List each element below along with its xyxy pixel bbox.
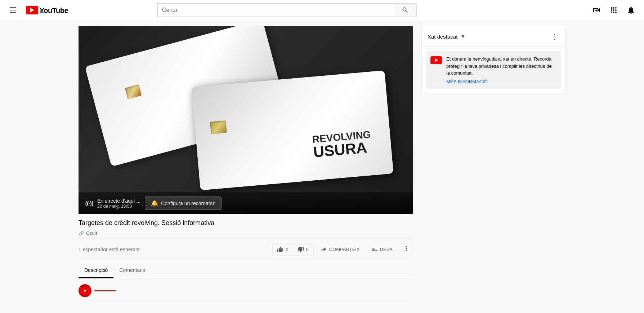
set-reminder-button[interactable]: 🔔 Configura un recordatori <box>145 197 222 210</box>
video-player[interactable]: REVOLVING usura En directe d'aquí ... 20… <box>79 26 413 214</box>
search-form <box>157 3 417 17</box>
video-meta-row: 1 espectador està esperant 0 <box>79 239 413 260</box>
live-date: 20 de maig, 18:00 <box>97 204 140 209</box>
chat-dropdown-icon[interactable]: ▼ <box>460 34 465 39</box>
dislike-button[interactable]: 0 <box>293 243 313 256</box>
video-thumbnail: REVOLVING usura <box>79 26 413 214</box>
chat-title: Xat destacat <box>428 34 457 40</box>
chat-more-button[interactable]: ⋮ <box>549 31 559 42</box>
live-text-block: En directe d'aquí ... 20 de maig, 18:00 <box>97 198 140 209</box>
chat-more-info-link[interactable]: MÉS INFORMACIÓ <box>446 79 556 84</box>
live-overlay: En directe d'aquí ... 20 de maig, 18:00 … <box>79 192 413 214</box>
hamburger-icon <box>7 4 19 16</box>
save-icon <box>371 246 378 253</box>
chat-title-group: Xat destacat ▼ <box>428 34 549 40</box>
chat-welcome-content: Et donem la benvinguda al xat en directe… <box>446 56 556 84</box>
share-button[interactable]: COMPARTEIX <box>316 243 364 256</box>
card-scene: REVOLVING usura <box>79 26 413 214</box>
red-progress-bar <box>94 290 116 291</box>
header: YouTube ES <box>0 0 644 20</box>
bottom-channel-row <box>79 284 413 300</box>
bell-icon <box>627 6 635 14</box>
like-count: 0 <box>286 247 288 252</box>
google-apps-button[interactable] <box>607 3 621 17</box>
card-text: REVOLVING usura <box>312 129 372 160</box>
chat-welcome-box: Et donem la benvinguda al xat en directe… <box>426 51 561 89</box>
card-front: REVOLVING usura <box>191 70 393 190</box>
header-left: YouTube ES <box>6 3 68 17</box>
video-info: Targetes de crèdit revolving. Sessió inf… <box>79 214 413 305</box>
search-input[interactable] <box>157 3 394 17</box>
viewers-count: 1 espectador està esperant <box>79 247 272 252</box>
live-indicator: En directe d'aquí ... 20 de maig, 18:00 <box>84 198 140 209</box>
notifications-button[interactable] <box>624 3 638 17</box>
youtube-country: ES <box>40 10 68 13</box>
chat-header: Xat destacat ▼ ⋮ <box>422 26 565 47</box>
save-label: DESA <box>380 247 393 252</box>
search-button[interactable] <box>394 3 417 17</box>
main-container: REVOLVING usura En directe d'aquí ... 20… <box>70 20 574 310</box>
tabs-row: Descripció Comentaris <box>79 263 413 278</box>
youtube-chat-icon <box>430 56 442 64</box>
header-right <box>589 3 638 17</box>
search-icon <box>402 6 409 14</box>
chat-panel: Xat destacat ▼ ⋮ Et donem la benvinguda … <box>421 26 565 93</box>
dislike-count: 0 <box>306 247 309 252</box>
channel-row: 🔗 Ocult <box>79 230 413 236</box>
thumbs-down-icon <box>298 246 304 253</box>
video-title: Targetes de crèdit revolving. Sessió inf… <box>79 219 413 228</box>
action-buttons: 0 0 <box>272 242 413 257</box>
channel-avatar <box>79 284 91 297</box>
channel-name[interactable]: Ocult <box>86 230 97 236</box>
channel-avatar-icon <box>80 287 90 294</box>
thumbs-up-icon <box>277 246 283 253</box>
live-waves-icon <box>84 198 94 208</box>
create-video-icon <box>592 6 601 14</box>
hamburger-menu-button[interactable] <box>6 3 20 17</box>
save-button[interactable]: DESA <box>367 243 397 256</box>
live-label: En directe d'aquí ... <box>97 198 140 204</box>
share-icon <box>321 246 327 253</box>
tab-comments[interactable]: Comentaris <box>113 263 151 278</box>
sidebar: Xat destacat ▼ ⋮ Et donem la benvinguda … <box>421 26 565 305</box>
youtube-logo[interactable]: YouTube ES <box>26 6 68 14</box>
youtube-play-icon <box>26 6 38 14</box>
create-video-button[interactable] <box>589 3 604 17</box>
share-label: COMPARTEIX <box>329 247 360 252</box>
video-section: REVOLVING usura En directe d'aquí ... 20… <box>79 26 413 305</box>
more-icon <box>403 245 410 252</box>
search-bar <box>157 3 417 17</box>
like-dislike-group: 0 0 <box>272 243 313 256</box>
more-options-button[interactable] <box>400 242 413 257</box>
like-button[interactable]: 0 <box>273 243 292 256</box>
tab-description[interactable]: Descripció <box>79 263 113 278</box>
reminder-btn-label: Configura un recordatori <box>161 200 215 206</box>
chat-welcome-text: Et donem la benvinguda al xat en directe… <box>446 56 556 77</box>
link-icon: 🔗 <box>79 231 84 236</box>
google-apps-icon <box>609 6 618 14</box>
reminder-bell-icon: 🔔 <box>151 200 158 207</box>
